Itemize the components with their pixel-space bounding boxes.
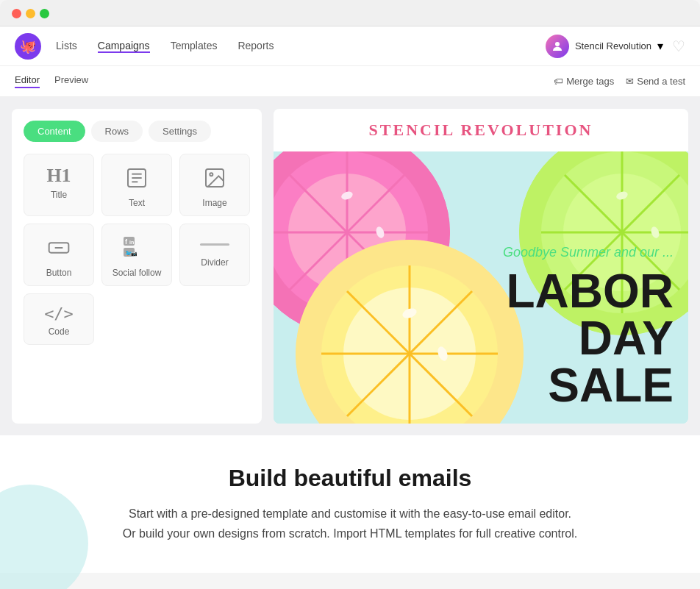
sub-nav-left: Editor Preview — [15, 74, 88, 88]
send-icon: ✉ — [626, 76, 634, 87]
element-text-label: Text — [129, 198, 145, 208]
account-avatar — [546, 35, 569, 58]
svg-text:📷: 📷 — [131, 250, 138, 257]
element-button[interactable]: Button — [24, 224, 94, 286]
social-icon: f in 🐦 📷 — [123, 236, 151, 263]
element-title-label: Title — [51, 190, 67, 200]
tab-rows[interactable]: Rows — [91, 121, 143, 142]
element-social[interactable]: f in 🐦 📷 Social follow — [101, 224, 172, 286]
element-divider[interactable]: Divider — [179, 224, 250, 286]
deco-circle — [0, 485, 88, 589]
sub-nav-editor[interactable]: Editor — [15, 74, 40, 88]
element-button-label: Button — [46, 268, 72, 278]
sidebar-panel: Content Rows Settings H1 Title — [12, 109, 262, 424]
element-title[interactable]: H1 Title — [24, 154, 94, 216]
merge-tags-button[interactable]: 🏷 Merge tags — [554, 76, 614, 87]
element-image[interactable]: Image — [179, 154, 250, 216]
dot-green[interactable] — [40, 9, 49, 18]
panel-tabs: Content Rows Settings — [24, 121, 250, 142]
main-content: Content Rows Settings H1 Title — [0, 97, 700, 435]
svg-point-6 — [210, 173, 213, 176]
tag-icon: 🏷 — [554, 76, 563, 87]
dot-yellow[interactable] — [26, 9, 35, 18]
sale-text-area: Goodbye Summer and our ... LABOR DAY SAL… — [481, 230, 688, 424]
below-fold: Build beautiful emails Start with a pre-… — [0, 435, 700, 573]
sub-text: Start with a pre-designed template and c… — [122, 504, 578, 543]
main-heading: Build beautiful emails — [15, 465, 685, 492]
nav-link-lists[interactable]: Lists — [56, 40, 77, 53]
preview-header: STENCIL REVOLUTION — [274, 109, 688, 151]
app-nav: 🐙 Lists Campaigns Templates Reports Sten… — [0, 26, 700, 66]
preview-image-area: Goodbye Summer and our ... LABOR DAY SAL… — [274, 151, 688, 424]
send-test-label: Send a test — [637, 76, 685, 87]
merge-tags-label: Merge tags — [566, 76, 614, 87]
text-icon — [125, 166, 149, 193]
dot-red[interactable] — [12, 9, 21, 18]
svg-text:in: in — [129, 240, 134, 245]
browser-dots — [12, 9, 688, 18]
nav-link-campaigns[interactable]: Campaigns — [98, 40, 150, 53]
button-icon — [47, 236, 71, 263]
send-test-button[interactable]: ✉ Send a test — [626, 76, 685, 87]
tab-content[interactable]: Content — [24, 121, 85, 142]
nav-links: Lists Campaigns Templates Reports — [56, 40, 546, 53]
code-icon: </> — [44, 306, 74, 322]
email-preview: STENCIL REVOLUTION — [274, 109, 688, 424]
element-social-label: Social follow — [113, 268, 162, 278]
element-code-label: Code — [49, 326, 70, 337]
image-icon — [203, 166, 226, 193]
element-divider-label: Divider — [201, 257, 228, 268]
sub-nav-right: 🏷 Merge tags ✉ Send a test — [554, 76, 685, 87]
nav-link-reports[interactable]: Reports — [238, 40, 274, 53]
account-name: Stencil Revolution — [575, 40, 651, 51]
element-text[interactable]: Text — [101, 154, 172, 216]
browser-chrome — [0, 0, 700, 26]
tab-settings[interactable]: Settings — [149, 121, 211, 142]
nav-link-templates[interactable]: Templates — [171, 40, 218, 53]
account-chevron: ▾ — [657, 39, 663, 53]
divider-icon — [200, 236, 229, 253]
element-image-label: Image — [202, 198, 226, 208]
preview-brand: STENCIL REVOLUTION — [288, 121, 674, 140]
logo-icon: 🐙 — [20, 38, 36, 54]
heart-icon[interactable]: ♡ — [672, 38, 685, 55]
h1-icon: H1 — [46, 166, 71, 185]
goodbye-text: Goodbye Summer and our ... — [496, 245, 674, 260]
nav-account[interactable]: Stencil Revolution ▾ — [546, 35, 663, 58]
elements-grid: H1 Title Text — [24, 154, 250, 345]
element-code[interactable]: </> Code — [24, 293, 94, 345]
sub-nav: Editor Preview 🏷 Merge tags ✉ Send a tes… — [0, 66, 700, 97]
sub-nav-preview[interactable]: Preview — [54, 74, 88, 88]
svg-point-0 — [555, 42, 560, 46]
nav-right: Stencil Revolution ▾ ♡ — [546, 35, 685, 58]
sale-heading: LABOR DAY SALE — [496, 268, 674, 409]
nav-logo: 🐙 — [15, 33, 41, 60]
